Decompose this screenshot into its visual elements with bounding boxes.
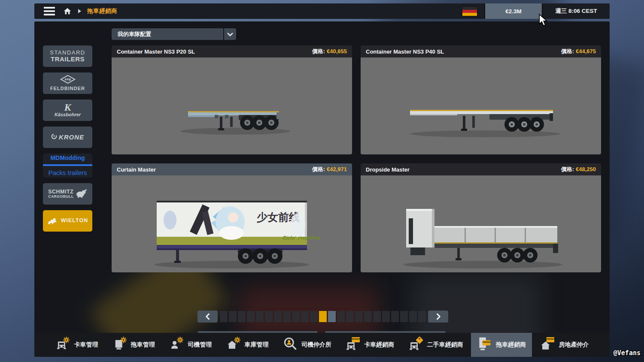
trailer-image-curtain-master: 少女前线 Girls' Frontline	[112, 175, 352, 272]
trailer-title: Container Master NS3 P40 SL	[366, 48, 444, 55]
page-square[interactable]	[256, 311, 264, 322]
brand-label: MDModding	[50, 155, 85, 161]
breadcrumb-caret-icon	[78, 9, 81, 13]
sidebar-item-feldbinder[interactable]: FFB FELDBINDER	[43, 72, 92, 94]
trailer-image-dropside-master	[361, 175, 601, 272]
sidebar-item-kassbohrer[interactable]: K Kässbohrer	[43, 100, 92, 121]
brand-label: STANDARD	[50, 50, 85, 56]
svg-text:FFB: FFB	[64, 78, 71, 81]
trailer-dealer-panel: STANDARD TRAILERS FFB FELDBINDER K Kässb…	[34, 21, 610, 357]
trailer-dealer-icon	[477, 336, 492, 353]
brand-label: Packs trailers	[48, 169, 87, 176]
germany-flag-icon	[462, 6, 477, 16]
page-square[interactable]	[265, 311, 273, 322]
nav-item-truck-management[interactable]: 卡車管理	[49, 333, 104, 357]
nav-item-trailer-management[interactable]: 拖車管理	[106, 333, 161, 357]
page-square[interactable]	[283, 311, 291, 322]
page-square[interactable]	[274, 311, 282, 322]
page-square[interactable]	[418, 311, 426, 322]
sidebar-item-wielton[interactable]: WIELTON	[43, 210, 92, 232]
trailer-image-container-p40	[361, 57, 601, 154]
trailer-title: Dropside Master	[366, 166, 410, 173]
page-square[interactable]	[364, 311, 372, 322]
page-square[interactable]	[337, 311, 345, 322]
brand-label: CARGOBULL	[48, 195, 74, 199]
fleet-config-dropdown: 我的車隊配置	[112, 28, 236, 40]
schmitz-elephant-icon	[75, 188, 87, 200]
time-display[interactable]: 週三 8:06 CEST	[542, 3, 610, 19]
trailer-price: 價格:€40,655	[312, 48, 347, 55]
page-square[interactable]	[229, 311, 237, 322]
trailer-title: Container Master NS3 P20 SL	[117, 48, 195, 55]
driver-gear-icon	[169, 336, 184, 353]
brand-label: TRAILERS	[51, 56, 85, 63]
page-prev-button[interactable]	[197, 311, 218, 323]
trailer-gear-icon	[112, 336, 128, 353]
nav-item-real-estate[interactable]: 房地產仲介	[534, 333, 595, 357]
menu-icon[interactable]	[42, 5, 57, 17]
sidebar-item-standard-trailers[interactable]: STANDARD TRAILERS	[43, 45, 92, 67]
page-square[interactable]	[301, 311, 309, 322]
top-bar: 拖車經銷商 €2.3M 週三 8:06 CEST	[34, 3, 610, 19]
svg-text:Girls' Frontline: Girls' Frontline	[283, 235, 320, 241]
pagination-strip	[220, 311, 426, 322]
brand-label: Kässbohrer	[55, 112, 81, 118]
sidebar-item-schmitz-cargobull[interactable]: SCHMITZ CARGOBULL	[43, 183, 92, 205]
nav-item-truck-dealer[interactable]: 卡車經銷商	[339, 333, 400, 357]
breadcrumb: 拖車經銷商	[87, 7, 117, 15]
chevron-down-icon[interactable]	[224, 28, 236, 40]
brand-sidebar: STANDARD TRAILERS FFB FELDBINDER K Kässb…	[43, 45, 92, 232]
page-square[interactable]	[409, 311, 417, 322]
page-square[interactable]	[310, 311, 318, 322]
wielton-camel-icon	[47, 216, 58, 226]
trailer-price: 價格:€42,971	[312, 166, 347, 173]
page-square[interactable]	[319, 311, 327, 322]
trailer-image-container-p20	[112, 57, 352, 154]
page-square[interactable]	[292, 311, 300, 322]
trailer-card-curtain-master[interactable]: Curtain Master 價格:€42,971 少女前线	[112, 163, 352, 272]
page-square[interactable]	[238, 311, 246, 322]
trailer-title: Curtain Master	[117, 166, 156, 173]
page-square[interactable]	[220, 311, 228, 322]
garage-gear-icon	[226, 336, 241, 353]
watermark: @Vefans	[614, 349, 641, 357]
sidebar-item-krone[interactable]: KRONE	[43, 127, 92, 148]
feldbinder-diamond-icon: FFB	[59, 75, 76, 85]
home-icon[interactable]	[63, 6, 72, 16]
trailer-card-dropside-master[interactable]: Dropside Master 價格:€48,250	[361, 163, 601, 272]
nav-item-garage-management[interactable]: 車庫管理	[220, 333, 275, 357]
page-square[interactable]	[373, 311, 381, 322]
real-estate-icon	[540, 336, 556, 353]
trailer-card-container-p20[interactable]: Container Master NS3 P20 SL 價格:€40,655	[112, 45, 352, 154]
nav-item-driver-agency[interactable]: 司機仲介所	[276, 333, 337, 357]
trailer-price: 價格:€48,250	[561, 166, 596, 173]
bottom-nav: 卡車管理 拖車管理 司機管理 車庫管理	[34, 333, 610, 357]
page-square[interactable]	[400, 311, 408, 322]
driver-search-icon	[283, 336, 298, 353]
used-truck-dealer-icon	[408, 336, 424, 353]
page-square[interactable]	[328, 311, 336, 322]
page-square[interactable]	[391, 311, 399, 322]
page-square[interactable]	[355, 311, 363, 322]
truck-dealer-icon	[345, 336, 361, 353]
brand-label: WIELTON	[61, 218, 88, 223]
brand-label: FELDBINDER	[50, 86, 85, 91]
krone-ring-icon	[51, 133, 57, 141]
page-next-button[interactable]	[428, 311, 448, 323]
sidebar-item-mdmodding[interactable]: MDModding Packs trailers	[43, 154, 92, 178]
trailer-price: 價格:€44,675	[561, 48, 596, 55]
trailer-card-container-p40[interactable]: Container Master NS3 P40 SL 價格:€44,675	[361, 45, 601, 154]
brand-label: KRONE	[59, 134, 84, 141]
fleet-config-select[interactable]: 我的車隊配置	[112, 28, 223, 40]
page-square[interactable]	[346, 311, 354, 322]
nav-item-trailer-dealer[interactable]: 拖車經銷商	[471, 333, 532, 357]
nav-item-used-truck-dealer[interactable]: 二手車經銷商	[402, 333, 469, 357]
money-display[interactable]: €2.3M	[484, 3, 542, 19]
nav-item-driver-management[interactable]: 司機管理	[163, 333, 218, 357]
mdmodding-bar	[43, 164, 92, 166]
truck-gear-icon	[55, 336, 70, 353]
page-square[interactable]	[382, 311, 390, 322]
pagination	[197, 311, 481, 323]
page-square[interactable]	[247, 311, 255, 322]
kassbohrer-k-icon: K	[64, 103, 71, 112]
